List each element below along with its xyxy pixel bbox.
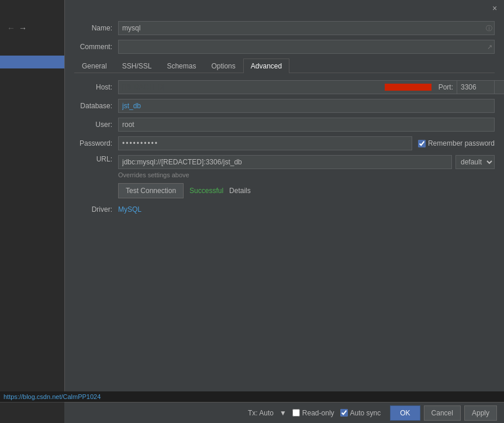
name-input-wrap: ⓘ [118,21,495,35]
tab-ssh-ssl[interactable]: SSH/SSL [115,59,160,73]
host-port-row: Host: Port: [74,80,495,94]
url-type-select[interactable]: default [455,155,495,169]
tabs-container: General SSH/SSL Schemas Options Advanced [74,59,495,73]
test-connection-row: Test Connection Successful Details [118,183,495,198]
sidebar-selected-item [0,56,64,68]
comment-input[interactable] [118,40,495,54]
comment-expand-icon[interactable]: ↗ [487,43,492,51]
user-input[interactable] [118,118,495,132]
url-input-wrap: default [118,155,495,169]
status-url-text: https://blog.csdn.net/CalmPP1024 [4,393,101,400]
remember-password-checkbox[interactable] [418,140,426,147]
bottom-bar: Tx: Auto ▼ Read-only Auto sync OK Cancel… [64,402,504,423]
close-button[interactable]: × [490,4,499,13]
remember-password-wrap: Remember password [418,139,495,147]
url-label: URL: [74,155,118,163]
name-label: Name: [74,24,118,32]
driver-value: MySQL [118,205,141,214]
tx-dropdown-arrow[interactable]: ▼ [279,409,286,417]
autosync-label: Auto sync [350,409,381,417]
port-label: Port: [439,83,453,91]
url-input[interactable] [118,155,452,169]
database-label: Database: [74,102,118,110]
connection-status: Successful [189,187,223,195]
user-label: User: [74,121,118,129]
test-connection-button[interactable]: Test Connection [118,183,184,198]
comment-label: Comment: [74,43,118,51]
overrides-text: Overrides settings above [118,171,495,178]
name-input[interactable] [118,21,495,35]
sidebar [0,0,64,423]
password-input[interactable] [118,136,412,150]
bottom-buttons: OK Cancel Apply [390,405,497,421]
user-row: User: [74,118,495,132]
nav-arrows: ← → [7,23,27,33]
tab-options[interactable]: Options [203,59,243,73]
status-url-bar: https://blog.csdn.net/CalmPP1024 [0,391,504,402]
remember-password-label: Remember password [428,139,495,147]
name-row: Name: ⓘ [74,21,495,35]
apply-button[interactable]: Apply [464,405,497,421]
connection-dialog: × Reset Name: ⓘ Comment: ↗ General SSH/S… [64,0,504,423]
database-input[interactable] [118,99,495,113]
form-area: Name: ⓘ Comment: ↗ General SSH/SSL Schem… [65,16,504,223]
readonly-label: Read-only [302,409,334,417]
details-link[interactable]: Details [229,187,251,195]
host-label: Host: [74,83,118,91]
readonly-checkbox[interactable] [292,409,300,417]
autosync-checkbox[interactable] [340,409,348,417]
autosync-wrap: Auto sync [340,409,381,417]
comment-row: Comment: ↗ [74,40,495,54]
password-row: Password: Remember password [74,136,495,150]
comment-input-wrap: ↗ [118,40,495,54]
url-row: URL: default [74,155,495,169]
tab-schemas[interactable]: Schemas [159,59,203,73]
driver-label: Driver: [74,205,118,214]
readonly-wrap: Read-only [292,409,334,417]
tx-label: Tx: Auto [248,409,274,417]
sidebar-status-bar [0,402,64,423]
database-row: Database: [74,99,495,113]
password-label: Password: [74,139,118,147]
cancel-button[interactable]: Cancel [424,405,461,421]
port-input[interactable] [457,80,495,94]
name-clear-icon[interactable]: ⓘ [486,24,492,33]
tab-advanced[interactable]: Advanced [243,59,289,73]
back-arrow-icon[interactable]: ← [7,23,15,33]
forward-arrow-icon[interactable]: → [19,23,27,33]
ok-button[interactable]: OK [390,405,420,421]
driver-row: Driver: MySQL [74,205,495,214]
titlebar: × [65,0,504,16]
tab-general[interactable]: General [74,59,115,73]
